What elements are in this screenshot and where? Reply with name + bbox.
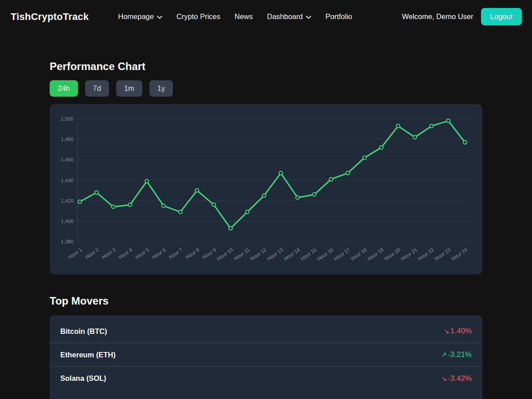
coin-change: ↗ -3.21% bbox=[442, 350, 472, 359]
svg-text:Hour 24: Hour 24 bbox=[450, 246, 469, 262]
range-button-7d[interactable]: 7d bbox=[85, 80, 109, 97]
svg-text:Hour 19: Hour 19 bbox=[367, 247, 384, 262]
nav-links: Homepage Crypto Prices News Dashboard Po… bbox=[118, 12, 352, 21]
mover-row-ethereum: Ethereum (ETH) ↗ -3.21% bbox=[50, 343, 482, 367]
svg-text:Hour 20: Hour 20 bbox=[383, 247, 401, 262]
top-nav: TishCryptoTrack Homepage Crypto Prices N… bbox=[0, 0, 532, 33]
nav-item-portfolio[interactable]: Portfolio bbox=[325, 12, 352, 21]
trend-up-arrow-icon: ↗ bbox=[442, 351, 447, 359]
svg-text:1,480: 1,480 bbox=[61, 137, 74, 142]
logout-button[interactable]: Logout bbox=[481, 8, 522, 25]
svg-text:Hour 12: Hour 12 bbox=[249, 247, 267, 262]
svg-text:Hour 8: Hour 8 bbox=[184, 247, 200, 260]
change-value: 1.40% bbox=[450, 327, 472, 336]
coin-name: Bitcoin (BTC) bbox=[60, 327, 107, 336]
trend-down-arrow-icon: ↘ bbox=[444, 327, 450, 335]
nav-item-label: Portfolio bbox=[325, 12, 352, 21]
performance-chart-card: 1,3801,4001,4201,4401,4601,4801,500Hour … bbox=[50, 104, 482, 274]
svg-text:1,440: 1,440 bbox=[61, 178, 74, 183]
chevron-down-icon bbox=[306, 16, 311, 19]
svg-text:1,500: 1,500 bbox=[61, 116, 74, 121]
top-movers-card: Bitcoin (BTC) ↘ 1.40% Ethereum (ETH) ↗ -… bbox=[50, 315, 482, 399]
svg-text:Hour 14: Hour 14 bbox=[283, 246, 301, 262]
svg-text:Hour 22: Hour 22 bbox=[417, 247, 434, 262]
coin-name: Solana (SOL) bbox=[60, 374, 106, 383]
chevron-down-icon bbox=[157, 16, 162, 19]
svg-text:Hour 23: Hour 23 bbox=[434, 247, 451, 262]
coin-change: ↘ -3.42% bbox=[442, 374, 472, 383]
svg-text:Hour 5: Hour 5 bbox=[134, 247, 150, 260]
nav-item-label: News bbox=[235, 12, 253, 21]
mover-row-bitcoin: Bitcoin (BTC) ↘ 1.40% bbox=[50, 320, 482, 343]
time-range-selector: 24h 7d 1m 1y bbox=[50, 80, 482, 97]
svg-text:Hour 21: Hour 21 bbox=[400, 247, 418, 262]
nav-right: Welcome, Demo User Logout bbox=[402, 8, 522, 25]
svg-text:1,380: 1,380 bbox=[61, 239, 74, 244]
nav-item-news[interactable]: News bbox=[235, 12, 253, 21]
svg-text:Hour 4: Hour 4 bbox=[117, 246, 133, 260]
mover-row-solana: Solana (SOL) ↘ -3.42% bbox=[50, 367, 482, 390]
performance-chart-title: Performance Chart bbox=[50, 60, 482, 73]
coin-change: ↘ 1.40% bbox=[444, 327, 472, 336]
svg-text:Hour 18: Hour 18 bbox=[350, 247, 368, 262]
svg-text:Hour 17: Hour 17 bbox=[333, 247, 351, 262]
performance-line-chart: 1,3801,4001,4201,4401,4601,4801,500Hour … bbox=[50, 104, 482, 274]
change-value: -3.21% bbox=[448, 350, 472, 359]
svg-text:1,460: 1,460 bbox=[61, 157, 74, 162]
nav-item-label: Crypto Prices bbox=[176, 12, 220, 21]
range-button-24h[interactable]: 24h bbox=[50, 80, 78, 97]
welcome-text: Welcome, Demo User bbox=[402, 12, 473, 21]
coin-name: Ethereum (ETH) bbox=[60, 351, 116, 359]
svg-text:Hour 16: Hour 16 bbox=[316, 247, 334, 262]
main-content: Performance Chart 24h 7d 1m 1y 1,3801,40… bbox=[50, 33, 482, 399]
brand-logo[interactable]: TishCryptoTrack bbox=[11, 11, 89, 23]
svg-text:Hour 9: Hour 9 bbox=[201, 247, 217, 260]
range-button-1y[interactable]: 1y bbox=[149, 80, 173, 97]
nav-item-homepage[interactable]: Homepage bbox=[118, 12, 162, 21]
svg-text:Hour 7: Hour 7 bbox=[168, 247, 184, 260]
svg-text:Hour 13: Hour 13 bbox=[266, 247, 284, 262]
svg-text:1,420: 1,420 bbox=[61, 198, 74, 203]
nav-item-label: Dashboard bbox=[267, 12, 303, 21]
svg-text:Hour 15: Hour 15 bbox=[300, 247, 317, 262]
range-button-1m[interactable]: 1m bbox=[116, 80, 142, 97]
nav-item-dashboard[interactable]: Dashboard bbox=[267, 12, 311, 21]
svg-text:Hour 10: Hour 10 bbox=[216, 247, 234, 262]
svg-text:Hour 6: Hour 6 bbox=[151, 247, 167, 260]
top-movers-title: Top Movers bbox=[50, 295, 482, 307]
svg-text:Hour 1: Hour 1 bbox=[67, 247, 83, 260]
svg-text:Hour 3: Hour 3 bbox=[101, 247, 117, 260]
svg-text:Hour 2: Hour 2 bbox=[84, 247, 100, 260]
change-value: -3.42% bbox=[448, 374, 472, 383]
svg-text:1,400: 1,400 bbox=[61, 219, 74, 224]
nav-item-crypto-prices[interactable]: Crypto Prices bbox=[176, 12, 220, 21]
trend-down-arrow-icon: ↘ bbox=[442, 375, 447, 383]
nav-item-label: Homepage bbox=[118, 12, 154, 21]
svg-text:Hour 11: Hour 11 bbox=[233, 247, 250, 262]
